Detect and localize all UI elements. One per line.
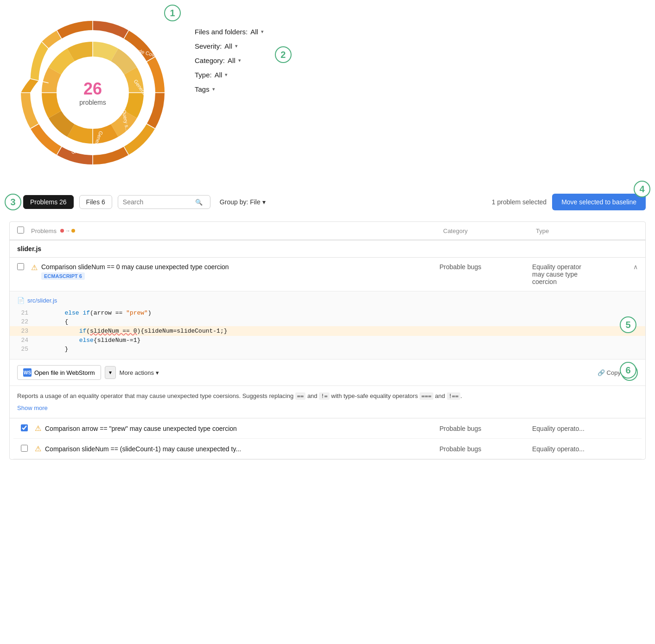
problem-row-1-category: Probable bugs (439, 425, 532, 432)
col-type: Type (536, 227, 638, 234)
select-all-checkbox[interactable] (17, 227, 24, 234)
code-line-25: 25 } (17, 345, 638, 354)
link-icon: 🔗 (598, 369, 605, 376)
files-folders-label: Files and folders: (195, 28, 248, 36)
group-by-chevron: ▾ (262, 198, 266, 206)
code-text-21: else if(arrow == "prew") (36, 309, 152, 316)
more-actions-button[interactable]: More actions ▾ (120, 369, 159, 376)
code-text-22: { (36, 318, 68, 325)
severity-label: Severity: (195, 42, 222, 50)
move-to-baseline-button[interactable]: Move selected to baseline (552, 194, 646, 210)
problem-title: Comparison slideNum == 0 may cause unexp… (41, 263, 435, 271)
svg-text:Signature mismatch: Signature mismatch (35, 9, 56, 19)
tags-chevron: ▾ (212, 86, 215, 92)
files-folders-chevron: ▾ (261, 29, 264, 35)
severity-filter[interactable]: Severity: All ▾ (195, 42, 264, 50)
search-box[interactable]: 🔍 (118, 195, 210, 209)
files-folders-value: All (250, 28, 258, 36)
problem-checkbox[interactable] (17, 263, 24, 270)
warning-icon-1: ⚠ (35, 424, 41, 433)
file-icon: 📄 (17, 297, 25, 304)
problem-type: Equality operator may cause type coercio… (528, 263, 630, 285)
col-problems: Problems → (31, 227, 443, 234)
status-arrow: → (60, 227, 75, 234)
problem-row-2-checkbox[interactable] (21, 445, 28, 452)
collapse-icon[interactable]: ∧ (633, 263, 638, 271)
severity-value: All (224, 42, 232, 50)
type-label: Type: (195, 71, 212, 79)
line-num-23: 23 (17, 328, 36, 335)
dot-red (60, 229, 64, 233)
col-category: Category (443, 227, 536, 234)
problems-count: 26 (79, 79, 106, 99)
file-section-header: slider.js (10, 240, 645, 258)
open-btn-label: Open file in WebStorm (34, 369, 95, 376)
code-text-24: else{slideNum-=1} (36, 337, 140, 344)
warning-icon: ⚠ (31, 263, 38, 272)
open-in-webstorm-button[interactable]: WS Open file in WebStorm (17, 365, 101, 380)
problems-label: problems (79, 99, 106, 106)
svg-text:Equality op...: Equality op... (9, 154, 22, 167)
files-folders-filter[interactable]: Files and folders: All ▾ (195, 28, 264, 36)
filters-panel: Files and folders: All ▾ Severity: All ▾… (195, 19, 264, 93)
type-filter[interactable]: Type: All ▾ (195, 71, 264, 79)
chart-center: 26 problems (79, 79, 106, 106)
line-num-21: 21 (17, 309, 36, 316)
file-path: 📄 src/slider.js (17, 297, 638, 304)
filename: slider.js (17, 245, 41, 253)
problem-row-2: ⚠ Comparison slideNum == (slideCount-1) … (13, 439, 642, 459)
category-filter[interactable]: Category: All ▾ (195, 57, 264, 64)
group-by-label: Group by: File (220, 198, 261, 206)
selected-count: 1 problem selected (492, 198, 547, 206)
problem-row-2-type: Equality operato... (532, 445, 634, 453)
line-num-24: 24 (17, 337, 36, 344)
tags-filter[interactable]: Tags ▾ (195, 85, 264, 93)
code-section: 📄 src/slider.js 21 else if(arrow == "pre… (10, 291, 645, 359)
problem-row-1-checkbox[interactable] (21, 424, 28, 431)
problem-row-2-title: Comparison slideNum == (slideCount-1) ma… (45, 445, 439, 453)
more-actions-label: More actions (120, 369, 154, 376)
search-input[interactable] (123, 198, 192, 206)
arrow-right-icon: → (65, 227, 70, 234)
problem-category: Probable bugs (435, 263, 528, 271)
code-line-23: 23 if(slideNum == 0){slideNum=slideCount… (10, 326, 645, 336)
tags-label: Tags (195, 85, 210, 93)
step-1-indicator: 1 (164, 5, 181, 21)
problem-row-expanded: ⚠ Comparison slideNum == 0 may cause une… (10, 258, 645, 418)
problem-row-2-category: Probable bugs (439, 445, 532, 453)
show-more-link[interactable]: Show more (17, 404, 638, 413)
type-chevron: ▾ (225, 72, 228, 78)
tab-files[interactable]: Files 6 (79, 195, 112, 209)
description: Reports a usage of an equality operator … (10, 385, 645, 418)
code-line-21: 21 else if(arrow == "prew") (17, 309, 638, 317)
severity-chevron: ▾ (235, 43, 238, 49)
problem-row-1-type: Equality operato... (532, 425, 634, 432)
svg-text:Check JavaScri...: Check JavaScri... (109, 9, 148, 24)
problem-header: ⚠ Comparison slideNum == 0 may cause une… (10, 258, 645, 291)
step-5-indicator: 5 (620, 316, 636, 333)
category-chevron: ▾ (238, 57, 241, 63)
tab-problems[interactable]: Problems 26 (23, 195, 74, 209)
bottom-problem-rows: ⚠ Comparison arrow == "prew" may cause u… (13, 418, 642, 459)
warning-icon-2: ⚠ (35, 444, 41, 453)
file-path-text[interactable]: src/slider.js (27, 297, 57, 304)
line-num-25: 25 (17, 346, 36, 353)
action-bar: 6 WS Open file in WebStorm ▾ More action… (10, 359, 645, 385)
problem-row-1: ⚠ Comparison arrow == "prew" may cause u… (13, 418, 642, 439)
code-text-25: } (36, 346, 68, 353)
table-header: Problems → Category Type (10, 222, 645, 240)
step-2-indicator: 2 (275, 46, 292, 63)
step-3-indicator: 3 (5, 194, 21, 210)
problem-row-1-title: Comparison arrow == "prew" may cause une… (45, 425, 439, 432)
group-by-dropdown[interactable]: Group by: File ▾ (220, 198, 266, 206)
code-text-23: if(slideNum == 0){slideNum=slideCount-1;… (36, 328, 228, 335)
code-block: 21 else if(arrow == "prew") 22 { 23 if(s… (17, 309, 638, 354)
step-4-indicator: 4 (634, 181, 650, 197)
open-dropdown-button[interactable]: ▾ (105, 366, 116, 379)
step-6-indicator: 6 (620, 362, 636, 379)
webstorm-icon: WS (23, 368, 32, 377)
code-line-22: 22 { (17, 317, 638, 326)
more-actions-chevron: ▾ (156, 369, 159, 376)
category-value: All (228, 57, 235, 64)
ecma-badge[interactable]: ECMASCRIPT 6 (41, 272, 85, 280)
